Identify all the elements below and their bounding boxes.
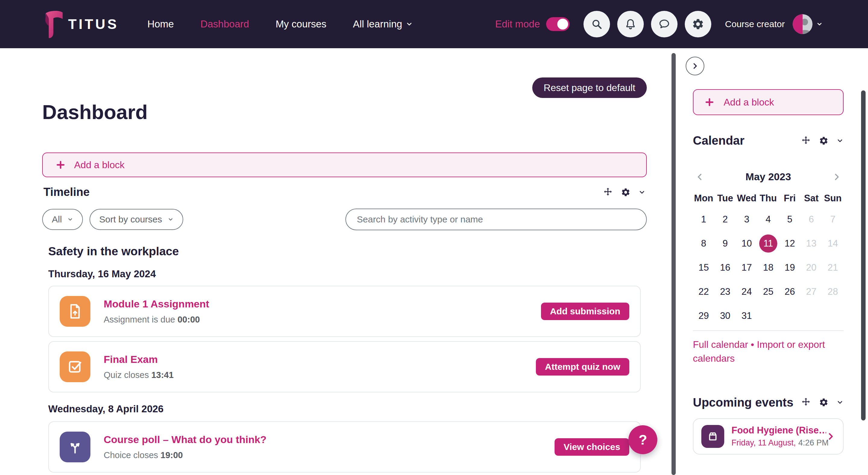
titus-logo[interactable]: TITUS	[42, 10, 119, 39]
chevron-down-icon[interactable]	[836, 399, 844, 406]
calendar-day[interactable]: 27	[802, 283, 820, 301]
calendar-day[interactable]: 3	[738, 210, 756, 228]
calendar-day[interactable]: 24	[738, 283, 756, 301]
calendar-weekday: Tue	[714, 193, 736, 204]
logo-wordmark: TITUS	[68, 16, 119, 32]
calendar-day[interactable]: 16	[716, 259, 734, 277]
timeline-sort-dropdown[interactable]: Sort by courses	[90, 209, 183, 230]
move-icon[interactable]	[603, 187, 613, 197]
calendar-day[interactable]: 6	[802, 210, 820, 228]
calendar-day[interactable]: 21	[824, 259, 842, 277]
blocks-drawer: Add a block Calendar May 2023 MonTueWedT…	[682, 48, 857, 454]
calendar-empty-cell	[801, 304, 822, 328]
link-separator: •	[751, 339, 754, 350]
activity-link[interactable]: Final Exam	[104, 353, 174, 365]
upcoming-block-actions	[801, 397, 844, 408]
calendar-day[interactable]: 28	[824, 283, 842, 301]
calendar-day[interactable]: 5	[781, 210, 799, 228]
calendar-day[interactable]: 1	[695, 210, 713, 228]
nav-home[interactable]: Home	[147, 19, 174, 30]
calendar-day[interactable]: 23	[716, 283, 734, 301]
plus-icon	[56, 160, 66, 170]
calendar-day[interactable]: 19	[781, 259, 799, 277]
calendar-day[interactable]: 8	[695, 234, 713, 253]
toggle-knob	[557, 19, 568, 30]
calendar-day[interactable]: 22	[695, 283, 713, 301]
package-icon	[701, 425, 724, 448]
calendar-day[interactable]: 15	[695, 259, 713, 277]
settings-button[interactable]	[685, 11, 711, 37]
search-button[interactable]	[584, 11, 610, 37]
view-choices-button[interactable]: View choices	[555, 438, 629, 456]
chevron-right-icon[interactable]	[826, 432, 835, 441]
previous-month-button[interactable]	[695, 172, 704, 182]
chevron-down-icon[interactable]	[836, 137, 844, 145]
calendar-day[interactable]: 26	[781, 283, 799, 301]
calendar-day[interactable]: 30	[716, 307, 734, 325]
calendar-weekday: Thu	[757, 193, 779, 204]
activity-link[interactable]: Course poll – What do you think?	[104, 434, 267, 445]
activity-due-text: Choice closes19:00	[104, 450, 267, 460]
activity-link[interactable]: Module 1 Assignment	[104, 298, 209, 310]
activity-card-quiz: Final Exam Quiz closes13:41 Attempt quiz…	[48, 341, 641, 392]
drawer-divider	[672, 53, 676, 475]
calendar-day[interactable]: 31	[738, 307, 756, 325]
titus-logo-icon	[42, 10, 66, 39]
move-icon[interactable]	[801, 397, 811, 408]
calendar-day[interactable]: 14	[824, 234, 842, 253]
notifications-button[interactable]	[617, 11, 644, 37]
calendar-day[interactable]: 20	[802, 259, 820, 277]
add-block-button-main[interactable]: Add a block	[42, 153, 647, 177]
close-drawer-button[interactable]	[686, 57, 704, 75]
help-button[interactable]: ?	[628, 425, 657, 454]
calendar-day[interactable]: 13	[802, 234, 820, 253]
gear-icon[interactable]	[819, 136, 829, 146]
calendar-day[interactable]: 9	[716, 234, 734, 253]
nav-my-courses[interactable]: My courses	[276, 19, 327, 30]
chevron-down-icon	[167, 216, 174, 222]
timeline-range-dropdown[interactable]: All	[42, 209, 83, 230]
gear-icon[interactable]	[819, 398, 829, 407]
plus-icon	[704, 97, 715, 107]
calendar-empty-cell	[757, 304, 779, 328]
add-submission-button[interactable]: Add submission	[541, 303, 629, 320]
upcoming-event-card[interactable]: Food Hygiene (Rise… Friday, 11 August,4:…	[693, 418, 844, 454]
nav-dashboard[interactable]: Dashboard	[200, 19, 249, 30]
calendar-month-label: May 2023	[745, 171, 791, 183]
chevron-down-icon[interactable]	[638, 189, 646, 196]
user-role-label: Course creator	[725, 19, 785, 29]
calendar-day[interactable]: 29	[695, 307, 713, 325]
nav-all-learning[interactable]: All learning	[353, 19, 413, 30]
next-month-button[interactable]	[832, 172, 841, 182]
calendar-day-selected[interactable]: 11	[759, 234, 777, 253]
reset-page-button[interactable]: Reset page to default	[532, 77, 647, 98]
gear-icon[interactable]	[621, 187, 630, 197]
calendar-day[interactable]: 17	[738, 259, 756, 277]
messages-button[interactable]	[651, 11, 678, 37]
edit-mode-toggle[interactable]	[546, 17, 569, 31]
timeline-search-input[interactable]	[345, 209, 647, 230]
user-menu-chevron-icon[interactable]	[816, 21, 823, 27]
calendar-weekday: Sat	[801, 193, 822, 204]
calendar-weekday: Mon	[693, 193, 714, 204]
calendar-block-actions	[801, 136, 844, 146]
activity-card-choice: Course poll – What do you think? Choice …	[48, 421, 641, 473]
avatar[interactable]	[793, 14, 812, 34]
move-icon[interactable]	[801, 136, 811, 146]
event-title-link[interactable]: Food Hygiene (Rise…	[732, 425, 826, 436]
calendar-day[interactable]: 7	[824, 210, 842, 228]
calendar-day[interactable]: 25	[759, 283, 777, 301]
calendar-day[interactable]: 10	[738, 234, 756, 253]
full-calendar-link[interactable]: Full calendar	[693, 339, 748, 350]
calendar-weekday: Fri	[779, 193, 801, 204]
attempt-quiz-button[interactable]: Attempt quiz now	[536, 358, 629, 376]
calendar-day[interactable]: 12	[781, 234, 799, 253]
add-block-button-sidebar[interactable]: Add a block	[693, 89, 844, 115]
assignment-icon	[60, 296, 90, 327]
navbar-right: Edit mode Course creator	[495, 11, 823, 37]
calendar-day[interactable]: 18	[759, 259, 777, 277]
calendar-day[interactable]: 4	[759, 210, 777, 228]
calendar-day[interactable]: 2	[716, 210, 734, 228]
scrollbar-thumb[interactable]	[861, 90, 866, 420]
page-title: Dashboard	[42, 100, 647, 124]
